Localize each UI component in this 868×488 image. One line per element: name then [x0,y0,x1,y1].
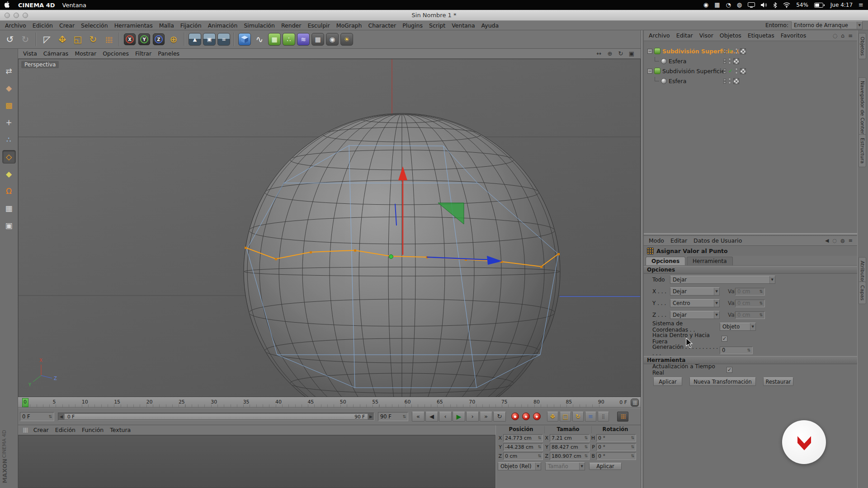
y-mode-dropdown[interactable]: Centro▼ [670,299,720,307]
app-menu-item[interactable]: Render [278,22,305,29]
material-menu-item[interactable]: Crear [30,427,52,433]
screen-recording-icon[interactable]: ◉ [703,0,708,10]
panel-splitter[interactable] [641,30,644,488]
app-menu-item[interactable]: Simulación [241,22,278,29]
app-menu-item[interactable]: Plugins [399,22,426,29]
zoom-button[interactable] [23,13,28,18]
object-axis-mode-button[interactable]: + [2,116,16,129]
timeline-range-slider[interactable]: ◀ 0 F 90 F ▶ [58,413,374,421]
coordinate-system-button[interactable]: ⊕ [166,32,181,47]
object-row[interactable]: − Subdivisión Superficie.1 ✓ [644,47,857,56]
spline-pen-tool[interactable]: ∿ [252,32,267,47]
record-parameter-toggle[interactable]: ≡ [585,412,596,422]
viewport-menu-item[interactable]: Paneles [155,50,183,57]
edges-mode-button[interactable]: ◇ [2,150,16,164]
lock-x-axis-button[interactable]: X [124,33,136,45]
new-transform-button[interactable]: Nueva Transformación [689,377,756,386]
lock-y-axis-button[interactable]: Y [138,33,150,45]
app-menu-item[interactable]: Malla [156,22,177,29]
attribute-menu-item[interactable]: Editar [667,237,690,244]
texture-mode-button[interactable]: ▩ [2,99,16,112]
render-settings-button[interactable]: ≡ [217,33,230,46]
make-editable-button[interactable]: ⇄ [2,64,16,78]
object-manager-tree[interactable]: − Subdivisión Superficie.1 ✓ Esfera − [644,41,857,233]
next-frame-button[interactable]: › [466,412,479,422]
rotate-tool[interactable]: ↻ [86,32,100,47]
menubar-clock[interactable]: Jue 4:17 [830,2,853,8]
camera-button[interactable]: ◉ [326,33,339,46]
position-x-field[interactable]: 24.773 cm⇅ [503,434,543,442]
visibility-dots[interactable] [735,68,738,74]
keyframe-selection-button[interactable]: ◆ [533,413,541,420]
texture-tag-icon[interactable] [733,58,739,64]
previous-frame-button[interactable]: ‹ [439,412,452,422]
goto-end-button[interactable]: » [480,412,492,422]
om-options-icon[interactable]: ≡ [848,33,853,39]
object-name[interactable]: Esfera [669,78,686,84]
material-menu-item[interactable]: Función [79,427,107,433]
z-value-field[interactable]: 0 cm⇅ [735,311,765,319]
x-mode-dropdown[interactable]: Dejar▼ [670,287,720,296]
section-options-header[interactable]: Opciones [644,266,857,274]
range-left-arrow-icon[interactable]: ◀ [58,414,64,419]
texture-tag-icon[interactable] [740,48,746,54]
loop-playback-button[interactable]: ↻ [493,412,506,422]
tab-capas[interactable]: Capas [859,282,866,304]
window-titlebar[interactable]: Sin Nombre 1 * [0,10,868,21]
attribute-menu-item[interactable]: Datos de Usuario [690,237,745,244]
coordinate-mode-dropdown[interactable]: Objeto (Rel)▼ [498,462,541,470]
app-menu-item[interactable]: Esculpir [304,22,333,29]
volume-icon[interactable] [761,2,767,8]
size-mode-dropdown[interactable]: Tamaño▼ [545,462,585,470]
range-bar[interactable]: 0 F 90 F [64,413,368,420]
add-primitive-cube-button[interactable] [238,33,251,46]
object-row[interactable]: Esfera [644,56,857,66]
tab-herramienta[interactable]: Herramienta [687,257,733,265]
apple-icon[interactable] [5,1,11,9]
lock-z-axis-button[interactable]: Z [153,33,165,45]
visibility-dots[interactable] [728,78,731,84]
record-rotation-toggle[interactable]: ↻ [572,412,584,422]
gizmo-center-point[interactable] [389,255,393,259]
workplane-mode-button[interactable]: ▦ [2,202,16,215]
current-frame-field[interactable]: 0 F ⇅ [20,412,54,421]
material-manager-icon[interactable]: ⣿⣿ [20,427,30,432]
model-mode-button[interactable]: ◆ [2,81,16,95]
menubar-menu-ventana[interactable]: Ventana [62,2,86,9]
material-menu-item[interactable]: Textura [107,427,134,433]
render-view-button[interactable]: ▲ [189,33,201,46]
viewport-maximize-icon[interactable]: ▣ [628,50,635,57]
app-menu-item[interactable]: Edición [29,22,56,29]
object-manager-menu-item[interactable]: Etiquetas [745,32,778,39]
bluetooth-icon[interactable] [773,2,777,8]
app-menu-item[interactable]: Animación [205,22,241,29]
coordinate-system-dropdown[interactable]: Objeto▼ [720,323,756,331]
enabled-check-icon[interactable]: ✓ [728,68,733,74]
app-menu-item[interactable]: Fijación [177,22,205,29]
coords-apply-button[interactable]: Aplicar [589,463,622,470]
subdivision-surface-generator-button[interactable]: ▦ [268,33,281,46]
enable-snap-button[interactable]: Ω [2,184,16,198]
viewport-camera-label[interactable]: Perspectiva [21,61,59,68]
record-pla-toggle[interactable]: ⣿ [598,412,609,422]
viewport-menu-item[interactable]: Opciones [99,50,132,57]
position-z-field[interactable]: 0 cm⇅ [503,452,543,460]
todo-dropdown[interactable]: Dejar▼ [670,276,775,284]
position-y-field[interactable]: -44.238 cm⇅ [503,443,543,451]
stepper-icon[interactable]: ⇅ [401,414,406,419]
points-mode-button[interactable]: ∴ [2,133,16,146]
rotation-p-field[interactable]: 0 °⇅ [596,443,636,451]
x-value-field[interactable]: 0 cm⇅ [735,288,765,296]
environment-dropdown[interactable]: Entorno de Arranque ▼ [791,21,863,29]
scale-tool[interactable]: ◱ [71,32,85,47]
z-mode-dropdown[interactable]: Dejar▼ [670,311,720,319]
status-cloud-icon[interactable]: ◔ [726,0,731,10]
object-manager-menu-item[interactable]: Objetos [717,32,745,39]
deformer-button[interactable]: ≋ [297,33,310,46]
collapse-icon[interactable]: − [647,69,652,74]
app-menu-item[interactable]: Ayuda [478,22,502,29]
history-back-icon[interactable]: ◀ [825,238,829,244]
visibility-dots[interactable] [735,48,738,54]
wifi-icon[interactable] [783,2,790,8]
viewport-pan-icon[interactable]: ↔ [595,50,603,57]
